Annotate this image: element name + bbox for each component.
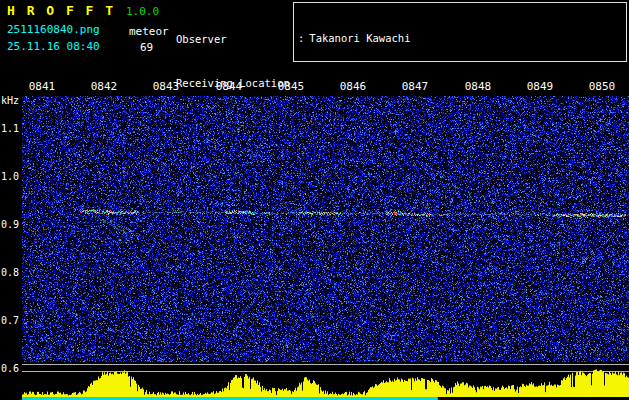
freq-tick-label: 0.8 — [1, 267, 19, 278]
freq-tick-label: 0.7 — [1, 315, 19, 326]
version-label: 1.0.0 — [126, 5, 159, 18]
time-tick-label: 0845 — [276, 80, 306, 93]
time-tick-label: 0841 — [27, 80, 57, 93]
time-tick-label: 0842 — [89, 80, 119, 93]
info-value-observer: Takanori Kawachi — [309, 32, 410, 44]
time-axis: 0841 0842 0843 0844 0845 0846 0847 0848 … — [22, 80, 629, 93]
info-values-box: :Takanori Kawachi :Ogaki, Gifu, JAPAN (1… — [293, 2, 627, 62]
time-tick-label: 0846 — [338, 80, 368, 93]
freq-unit-label: kHz — [1, 95, 19, 106]
observation-datetime: 25.11.16 08:40 — [7, 40, 100, 53]
info-separator: : — [298, 32, 304, 44]
time-tick-label: 0848 — [463, 80, 493, 93]
freq-tick-label: 0.9 — [1, 219, 19, 230]
time-tick-label: 0849 — [525, 80, 555, 93]
time-tick-label: 0847 — [400, 80, 430, 93]
freq-tick-label: 0.6 — [1, 363, 19, 374]
spectrogram-canvas — [22, 96, 629, 400]
hrofft-output: H R O F F T 1.0.0 2511160840.png meteor … — [0, 0, 629, 400]
freq-tick-label: 1.1 — [1, 123, 19, 134]
output-filename: 2511160840.png — [7, 23, 100, 36]
echo-count: 69 — [140, 41, 153, 54]
info-label-observer: Observer — [176, 32, 290, 47]
info-row: :Takanori Kawachi — [298, 31, 626, 45]
mode-label: meteor — [129, 25, 169, 38]
frequency-axis: kHz 1.1 1.0 0.9 0.8 0.7 0.6 — [0, 68, 20, 400]
time-tick-label: 0843 — [151, 80, 181, 93]
app-title: H R O F F T — [7, 3, 115, 18]
freq-tick-label: 1.0 — [1, 171, 19, 182]
time-tick-label: 0844 — [214, 80, 244, 93]
time-tick-label: 0850 — [587, 80, 617, 93]
